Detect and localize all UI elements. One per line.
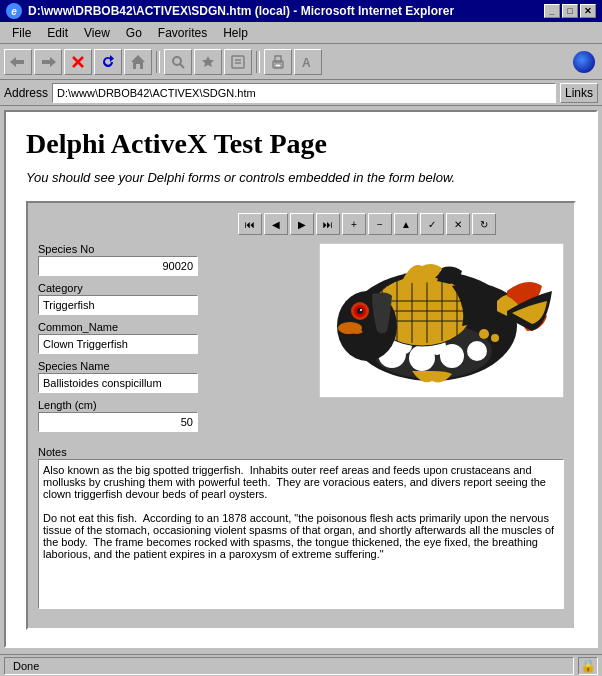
nav-refresh-button[interactable]: ↻ [472,213,496,235]
nav-add-button[interactable]: + [342,213,366,235]
menu-go[interactable]: Go [118,24,150,42]
toolbar: A [0,44,602,80]
species-name-group: Species Name [38,360,303,393]
home-button[interactable] [124,49,152,75]
maximize-button[interactable]: □ [562,4,578,18]
print-button[interactable] [264,49,292,75]
page-title: Delphi ActiveX Test Page [26,128,576,160]
address-input[interactable] [52,83,556,103]
title-bar: e D:\www\DRBOB42\ACTIVEX\SDGN.htm (local… [0,0,602,22]
refresh-button[interactable] [94,49,122,75]
category-group: Category [38,282,303,315]
stop-button[interactable] [64,49,92,75]
svg-marker-0 [10,57,24,67]
category-label: Category [38,282,303,294]
common-name-label: Common_Name [38,321,303,333]
svg-point-40 [479,329,489,339]
forward-button[interactable] [34,49,62,75]
svg-marker-7 [202,56,214,67]
svg-point-39 [360,309,362,311]
length-group: Length (cm) [38,399,303,432]
back-button[interactable] [4,49,32,75]
menu-help[interactable]: Help [215,24,256,42]
fish-image [319,243,564,398]
close-button[interactable]: ✕ [580,4,596,18]
app-icon: e [6,3,22,19]
form-fields: Species No Category Common_Name Species … [38,243,303,438]
svg-marker-1 [42,57,56,67]
toolbar-separator-1 [156,51,160,73]
form-image-row: Species No Category Common_Name Species … [38,243,564,438]
nav-buttons-row: ⏮ ◀ ▶ ⏭ + − ▲ ✓ ✕ ↻ [238,213,564,235]
search-button[interactable] [164,49,192,75]
address-bar: Address Links [0,80,602,106]
minimize-button[interactable]: _ [544,4,560,18]
nav-cancel-button[interactable]: ✕ [446,213,470,235]
svg-point-38 [357,308,363,314]
toolbar-separator-2 [256,51,260,73]
species-no-input[interactable] [38,256,198,276]
species-name-label: Species Name [38,360,303,372]
svg-text:A: A [302,56,311,70]
ie-logo [570,49,598,75]
nav-play-button[interactable]: ▶ [290,213,314,235]
content-area: Delphi ActiveX Test Page You should see … [4,110,598,648]
window-controls[interactable]: _ □ ✕ [544,4,596,18]
menu-view[interactable]: View [76,24,118,42]
fish-svg [322,246,562,396]
common-name-group: Common_Name [38,321,303,354]
links-button[interactable]: Links [560,83,598,103]
nav-up-button[interactable]: ▲ [394,213,418,235]
svg-point-41 [491,334,499,342]
common-name-input[interactable] [38,334,198,354]
species-no-group: Species No [38,243,303,276]
svg-rect-8 [232,56,244,68]
nav-delete-button[interactable]: − [368,213,392,235]
notes-group: Notes Also known as the big spotted trig… [38,446,564,612]
menu-file[interactable]: File [4,24,39,42]
category-input[interactable] [38,295,198,315]
nav-last-button[interactable]: ⏭ [316,213,340,235]
svg-marker-4 [131,55,145,69]
svg-point-35 [338,322,362,334]
nav-check-button[interactable]: ✓ [420,213,444,235]
menu-favorites[interactable]: Favorites [150,24,215,42]
svg-rect-13 [275,64,281,67]
notes-textarea[interactable]: Also known as the big spotted triggerfis… [38,459,564,609]
window-title: D:\www\DRBOB42\ACTIVEX\SDGN.htm (local) … [28,4,454,18]
menu-edit[interactable]: Edit [39,24,76,42]
svg-line-6 [180,64,184,68]
menu-bar: File Edit View Go Favorites Help [0,22,602,44]
history-button[interactable] [224,49,252,75]
species-name-input[interactable] [38,373,198,393]
status-text: Done [4,657,574,675]
nav-prev-button[interactable]: ◀ [264,213,288,235]
page-subtitle: You should see your Delphi forms or cont… [26,170,576,185]
length-label: Length (cm) [38,399,303,411]
activex-container: ⏮ ◀ ▶ ⏭ + − ▲ ✓ ✕ ↻ Species No Category [26,201,576,630]
status-bar: Done 🔒 [0,654,602,676]
svg-point-20 [467,341,487,361]
nav-first-button[interactable]: ⏮ [238,213,262,235]
length-input[interactable] [38,412,198,432]
font-button[interactable]: A [294,49,322,75]
lock-icon: 🔒 [578,657,598,675]
svg-point-5 [173,57,181,65]
species-no-label: Species No [38,243,303,255]
notes-label: Notes [38,446,564,458]
favorites-button[interactable] [194,49,222,75]
address-label: Address [4,86,48,100]
